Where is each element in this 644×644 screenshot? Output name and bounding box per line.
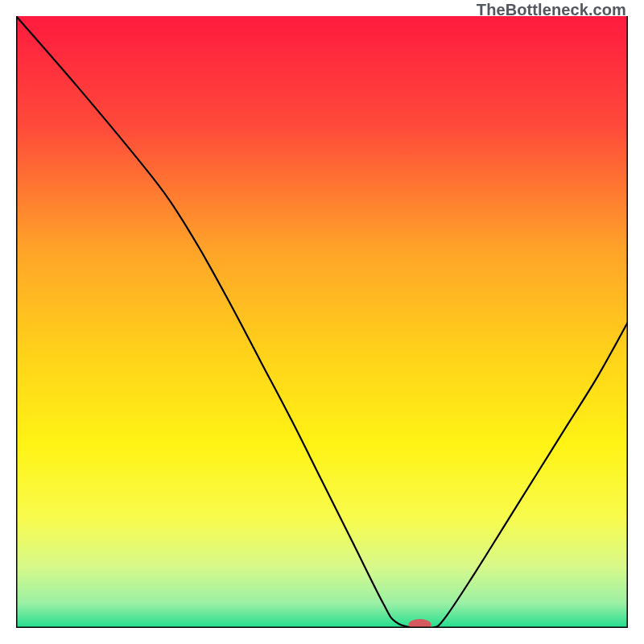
gradient-background [16, 16, 628, 628]
chart-plot [16, 16, 628, 628]
chart-container: TheBottleneck.com [0, 0, 644, 644]
